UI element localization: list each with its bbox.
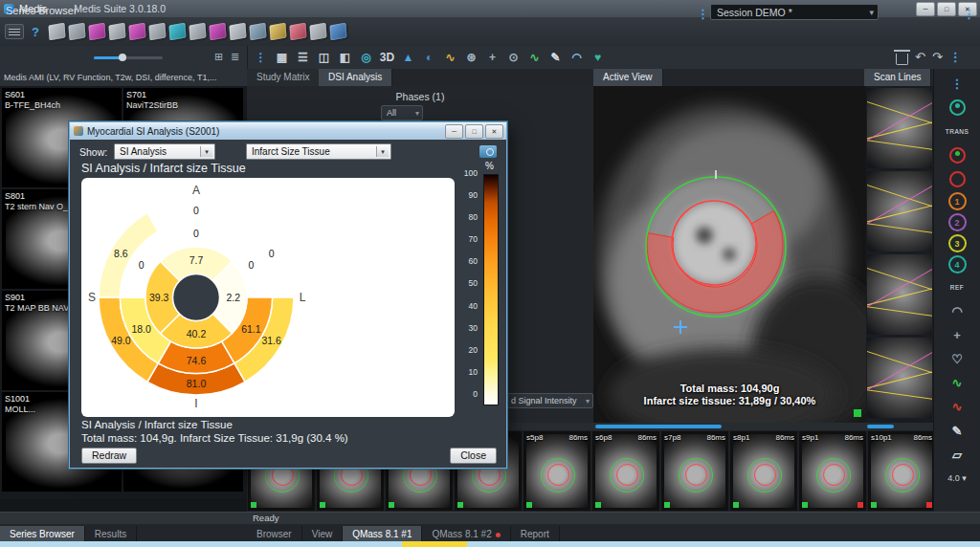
close-button[interactable]: ✕ — [485, 124, 503, 139]
status-square-green — [595, 502, 601, 508]
app-tool-12-icon[interactable] — [269, 23, 286, 41]
app-tool-14-icon[interactable] — [309, 23, 326, 41]
undo-icon[interactable]: ↶ — [915, 48, 925, 67]
status-square-green — [871, 502, 877, 508]
app-tool-1-icon[interactable] — [48, 23, 65, 41]
tab-active-view[interactable]: Active View — [593, 69, 663, 86]
green-signal-icon[interactable]: ∿ — [952, 372, 963, 393]
colorbar-gradient — [483, 174, 499, 405]
red-ring-icon[interactable] — [949, 168, 966, 189]
svg-text:39.3: 39.3 — [149, 292, 169, 303]
move-tool-icon[interactable]: + — [483, 47, 501, 68]
scan-lines-thumbnail[interactable] — [867, 338, 932, 418]
snapshot-camera-icon[interactable] — [479, 145, 497, 158]
kebab-icon[interactable]: ⋮ — [697, 8, 709, 21]
zoom-level[interactable]: 4.0 ▾ — [947, 468, 967, 489]
menu-burger-icon[interactable] — [5, 24, 24, 39]
tissue-type-select[interactable]: Infarct Size Tissue — [246, 143, 391, 160]
app-tool-7-icon[interactable] — [168, 23, 186, 41]
marker-2-icon[interactable]: 2 — [948, 213, 967, 231]
scan-lines-thumbnail[interactable] — [867, 171, 932, 252]
scan-lines-thumbnail[interactable] — [867, 254, 932, 335]
tab-study-matrix[interactable]: Study Matrix — [247, 69, 321, 86]
trans-view-icon[interactable] — [949, 97, 966, 118]
show-select[interactable]: SI Analysis — [114, 143, 215, 160]
heart-tool-icon[interactable]: ♥ — [589, 47, 607, 68]
arc-tool-icon[interactable]: ◠ — [568, 47, 586, 68]
trans-label[interactable]: TRANS — [946, 120, 969, 142]
qangio-globe-icon[interactable]: ◎ — [357, 47, 375, 68]
kebab-icon[interactable]: ⋮ — [949, 51, 962, 64]
series-browser-title: Series Browser — [6, 5, 78, 16]
heart-outline-icon[interactable]: ♡ — [951, 348, 963, 369]
red-signal-icon[interactable]: ∿ — [952, 396, 963, 417]
kebab-icon[interactable]: ⋮ — [951, 73, 964, 94]
cardiac-mri-image[interactable] — [593, 86, 866, 423]
layout-split-icon[interactable]: ◫ — [315, 47, 333, 68]
cone-tool-icon[interactable]: ▲ — [399, 47, 417, 68]
marker-3-icon[interactable]: 3 — [948, 234, 967, 252]
list-view-icon[interactable]: ≣ — [231, 51, 239, 63]
trash-icon[interactable] — [896, 54, 908, 65]
phase-thumbnail[interactable]: s6p886ms — [592, 431, 659, 511]
phase-thumbnail[interactable]: s7p886ms — [661, 431, 728, 511]
app-tool-15-icon[interactable] — [329, 23, 346, 41]
maximize-button[interactable]: □ — [465, 124, 483, 139]
app-tool-11-icon[interactable] — [249, 23, 266, 41]
three-d-view-icon[interactable]: 3D — [378, 47, 396, 68]
signal-intensity-select[interactable]: d Signal Intensity — [505, 393, 593, 408]
scan-lines-thumbnail[interactable] — [867, 88, 932, 168]
pencil-tool-icon[interactable]: ✎ — [546, 47, 565, 68]
tab-dsi-analysis[interactable]: DSI Analysis — [319, 69, 392, 86]
app-tool-2-icon[interactable] — [68, 23, 85, 41]
app-tool-3-icon[interactable] — [88, 23, 105, 41]
scrollbar-thumb[interactable] — [867, 425, 894, 428]
app-tool-13-icon[interactable] — [289, 23, 306, 41]
tab-scan-lines[interactable]: Scan Lines — [864, 69, 931, 86]
help-icon[interactable]: ? — [32, 25, 39, 39]
close-button[interactable]: Close — [450, 448, 497, 464]
phase-thumbnail[interactable]: s10p186ms — [868, 431, 933, 511]
kebab-icon[interactable]: ⋮ — [963, 8, 975, 21]
app-tool-6-icon[interactable] — [148, 23, 166, 41]
signal-curve-icon[interactable]: ∿ — [441, 47, 459, 68]
infarct-size-text: Infarct size tissue: 31,89g / 30,40% — [593, 395, 866, 407]
redraw-button[interactable]: Redraw — [81, 448, 137, 464]
eraser-icon[interactable]: ▱ — [952, 444, 962, 465]
app-tool-10-icon[interactable] — [229, 23, 246, 41]
magnifier-icon[interactable]: ⊙ — [504, 47, 523, 68]
app-tool-5-icon[interactable] — [128, 23, 145, 41]
app-tool-9-icon[interactable] — [209, 23, 226, 41]
svg-text:81.0: 81.0 — [187, 378, 207, 389]
phase-thumbnail[interactable]: s9p186ms — [799, 431, 866, 511]
app-tool-4-icon[interactable] — [108, 23, 125, 41]
maximize-button[interactable]: □ — [937, 2, 956, 16]
thumbnail-size-slider-knob[interactable] — [119, 54, 126, 61]
kebab-icon[interactable]: ⋮ — [252, 47, 270, 68]
phase-filter-select[interactable]: All — [381, 105, 423, 120]
curve-icon[interactable]: ◠ — [951, 300, 962, 321]
marker-1-icon[interactable]: 1 — [948, 192, 967, 210]
draw-pencil-icon[interactable]: ✎ — [952, 420, 963, 441]
minimize-button[interactable]: ─ — [445, 124, 463, 139]
globe-icon[interactable]: ◐ — [420, 47, 438, 68]
ref-label[interactable]: REF — [950, 276, 965, 297]
session-select[interactable]: Session DEMO * — [710, 4, 879, 20]
dialog-titlebar[interactable]: Myocardial SI Analysis (S2001) ─□✕ — [70, 122, 506, 140]
scrollbar-thumb[interactable] — [595, 425, 722, 428]
layout-stack-icon[interactable]: ◧ — [336, 47, 354, 68]
study-matrix-icon[interactable]: ▦ — [273, 47, 291, 68]
phase-thumbnail[interactable]: s5p886ms — [523, 431, 590, 511]
phase-thumbnail[interactable]: s8p186ms — [730, 431, 797, 511]
minimize-button[interactable]: ─ — [916, 2, 935, 16]
list-view-icon[interactable]: ☰ — [294, 47, 312, 68]
marker-4-icon[interactable]: 4 — [948, 255, 967, 274]
redo-icon[interactable]: ↷ — [932, 48, 943, 67]
green-spline-icon[interactable]: ∿ — [525, 47, 544, 68]
grid-view-icon[interactable]: ⊞ — [214, 51, 223, 63]
app-tool-8-icon[interactable] — [189, 23, 206, 41]
target-icon[interactable] — [949, 144, 966, 165]
status-square-green — [320, 502, 325, 508]
settings-gear-icon[interactable]: ⊛ — [462, 47, 480, 68]
center-tool-icon[interactable]: + — [953, 324, 961, 345]
